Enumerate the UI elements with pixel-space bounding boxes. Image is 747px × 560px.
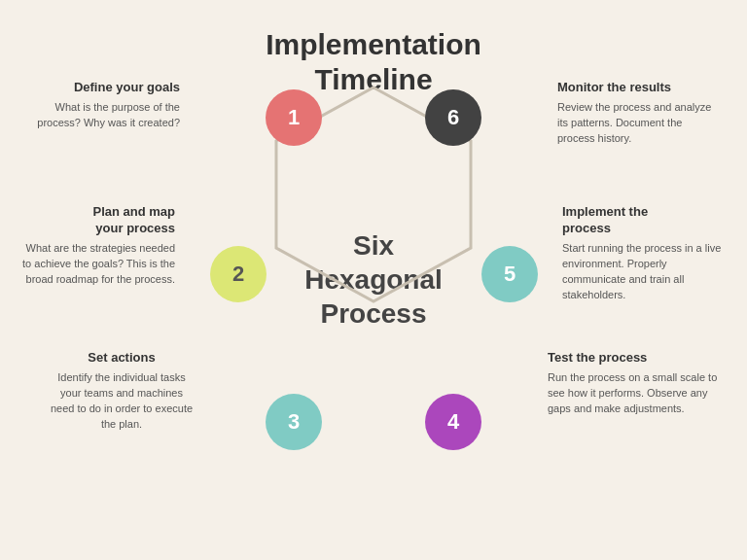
label-define-title: Define your goals [29, 80, 180, 96]
node-6: 6 [425, 89, 481, 146]
label-monitor-title: Monitor the results [557, 80, 718, 96]
node-1: 1 [266, 89, 322, 146]
label-plan-title: Plan and map your process [19, 204, 175, 237]
node-5: 5 [481, 246, 538, 302]
label-set-desc: Identify the individual tasks your teams… [49, 370, 195, 433]
node-2: 2 [210, 246, 267, 302]
page: Implementation Timeline 1 6 2 5 3 4 [0, 0, 747, 560]
label-set-title: Set actions [49, 350, 195, 367]
node-3: 3 [266, 394, 322, 450]
label-implement: Implement the process Start running the … [562, 204, 728, 303]
label-plan: Plan and map your process What are the s… [19, 204, 175, 288]
label-test-title: Test the process [548, 350, 718, 367]
label-test: Test the process Run the process on a sm… [548, 350, 718, 417]
label-implement-title: Implement the process [562, 204, 728, 237]
label-test-desc: Run the process on a small scale to see … [548, 370, 718, 417]
label-define: Define your goals What is the purpose of… [29, 80, 180, 131]
label-implement-desc: Start running the process in a live envi… [562, 241, 728, 303]
label-define-desc: What is the purpose of the process? Why … [29, 100, 180, 131]
node-4: 4 [425, 394, 481, 450]
label-monitor: Monitor the results Review the process a… [557, 80, 718, 147]
label-set: Set actions Identify the individual task… [49, 350, 195, 433]
label-monitor-desc: Review the process and analyze its patte… [557, 100, 718, 147]
label-plan-desc: What are the strategies needed to achiev… [19, 241, 175, 288]
